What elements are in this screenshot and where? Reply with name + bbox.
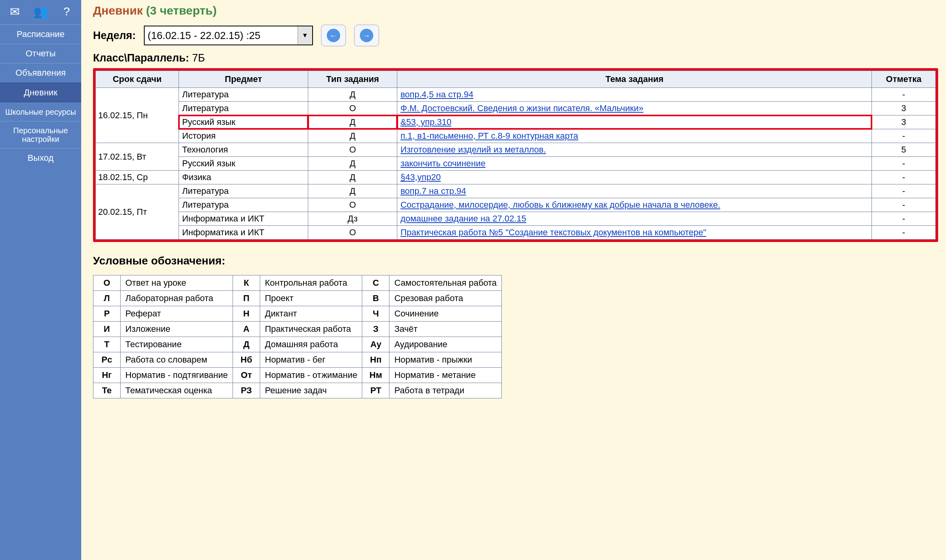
topic-link[interactable]: Ф.М. Достоевский. Сведения о жизни писат… [400, 103, 644, 113]
content: Дневник (3 четверть) Неделя: (16.02.15 -… [81, 0, 946, 560]
topic-cell: вопр.4,5 на стр.94 [397, 88, 872, 102]
legend-text: Домашняя работа [260, 337, 362, 352]
table-row: 16.02.15, ПнЛитератураДвопр.4,5 на стр.9… [96, 88, 936, 102]
sidebar-item-3[interactable]: Дневник [0, 83, 81, 102]
mark-cell: - [872, 129, 936, 143]
mark-cell: - [872, 171, 936, 184]
legend-row: ТеТематическая оценкаРЗРешение задачРТРа… [93, 383, 502, 398]
topic-link[interactable]: Изготовление изделий из металлов. [400, 145, 546, 154]
sidebar-item-4[interactable]: Школьные ресурсы [0, 102, 81, 121]
topic-link[interactable]: §43,упр20 [400, 172, 441, 182]
type-cell: Д [308, 115, 397, 129]
topic-link[interactable]: п.1, в1-письменно, РТ с.8-9 контурная ка… [400, 131, 578, 141]
table-row: ЛитератураОФ.М. Достоевский. Сведения о … [96, 102, 936, 115]
arrow-left-icon: ← [327, 29, 340, 42]
legend-code: Те [93, 383, 121, 398]
diary-col-2: Тип задания [308, 71, 397, 88]
legend-row: ИИзложениеАПрактическая работаЗЗачёт [93, 322, 502, 337]
help-icon[interactable]: ? [58, 2, 76, 20]
due-date-cell: 17.02.15, Вт [96, 143, 179, 171]
topic-cell: &53, упр.310 [397, 115, 872, 129]
topic-link[interactable]: вопр.4,5 на стр.94 [400, 89, 473, 99]
legend-text: Норматив - отжимание [260, 368, 362, 383]
topic-cell: Изготовление изделий из металлов. [397, 143, 872, 157]
mark-cell: 3 [872, 115, 936, 129]
legend-code: Нг [93, 368, 121, 383]
sidebar-item-1[interactable]: Отчеты [0, 44, 81, 63]
table-row: Информатика и ИКТОПрактическая работа №5… [96, 226, 936, 240]
arrow-right-icon: → [360, 29, 373, 42]
type-cell: О [308, 226, 397, 240]
week-select[interactable]: (16.02.15 - 22.02.15) :25 ▼ [144, 26, 313, 45]
table-row: 18.02.15, СрФизикаД§43,упр20- [96, 171, 936, 184]
legend-code: И [93, 322, 121, 337]
legend-code: А [233, 322, 260, 337]
week-value: (16.02.15 - 22.02.15) :25 [148, 30, 298, 42]
legend-code: П [233, 291, 260, 306]
mark-cell: - [872, 157, 936, 171]
legend-text: Тестирование [121, 337, 233, 352]
table-row: ЛитератураОСострадание, милосердие, любо… [96, 198, 936, 212]
legend-code: Рс [93, 352, 121, 368]
topic-link[interactable]: Практическая работа №5 "Создание текстов… [400, 227, 706, 237]
subject-cell: Литература [179, 198, 308, 212]
topic-cell: закончить сочинение [397, 157, 872, 171]
sidebar-item-5[interactable]: Персональные настройки [0, 121, 81, 148]
topic-cell: Сострадание, милосердие, любовь к ближне… [397, 198, 872, 212]
subject-cell: Физика [179, 171, 308, 184]
next-week-button[interactable]: → [354, 24, 379, 47]
legend-text: Лабораторная работа [121, 291, 233, 306]
title-subtitle: (3 четверть) [146, 4, 217, 17]
legend-text: Зачёт [389, 322, 502, 337]
subject-cell: Литература [179, 102, 308, 115]
legend-code: От [233, 368, 260, 383]
week-row: Неделя: (16.02.15 - 22.02.15) :25 ▼ ← → [93, 24, 938, 47]
prev-week-button[interactable]: ← [321, 24, 346, 47]
legend-code: Нп [362, 352, 389, 368]
dropdown-icon[interactable]: ▼ [298, 26, 312, 45]
mark-cell: 5 [872, 143, 936, 157]
legend-text: Норматив - метание [389, 368, 502, 383]
topic-cell: п.1, в1-письменно, РТ с.8-9 контурная ка… [397, 129, 872, 143]
class-line: Класс\Параллель: 7Б [93, 52, 938, 64]
table-row: Русский языкД&53, упр.3103 [96, 115, 936, 129]
type-cell: Д [308, 184, 397, 198]
legend-code: Т [93, 337, 121, 352]
topic-cell: Практическая работа №5 "Создание текстов… [397, 226, 872, 240]
mail-icon[interactable]: ✉ [6, 2, 24, 20]
subject-cell: История [179, 129, 308, 143]
legend-text: Проект [260, 291, 362, 306]
topic-cell: домашнее задание на 27.02.15 [397, 212, 872, 226]
topic-link[interactable]: вопр.7 на стр.94 [400, 186, 466, 196]
class-value: 7Б [192, 52, 205, 64]
legend-text: Срезовая работа [389, 291, 502, 306]
topic-link[interactable]: Сострадание, милосердие, любовь к ближне… [400, 200, 720, 210]
due-date-cell: 16.02.15, Пн [96, 88, 179, 143]
legend-text: Контрольная работа [260, 275, 362, 291]
legend-text: Реферат [121, 306, 233, 322]
users-icon[interactable]: 👥 [32, 2, 50, 20]
mark-cell: - [872, 88, 936, 102]
type-cell: Д [308, 171, 397, 184]
diary-table: Срок сдачиПредметТип заданияТема задания… [95, 71, 936, 240]
legend-row: ТТестированиеДДомашняя работаАуАудирован… [93, 337, 502, 352]
legend-title: Условные обозначения: [93, 255, 938, 267]
sidebar-item-0[interactable]: Расписание [0, 24, 81, 44]
legend-code: Р [93, 306, 121, 322]
sidebar-item-6[interactable]: Выход [0, 148, 81, 167]
type-cell: Дз [308, 212, 397, 226]
type-cell: Д [308, 129, 397, 143]
legend-text: Практическая работа [260, 322, 362, 337]
subject-cell: Русский язык [179, 157, 308, 171]
mark-cell: - [872, 212, 936, 226]
topic-link[interactable]: домашнее задание на 27.02.15 [400, 214, 526, 223]
diary-col-0: Срок сдачи [96, 71, 179, 88]
legend-text: Сочинение [389, 306, 502, 322]
subject-cell: Технология [179, 143, 308, 157]
legend-table: ООтвет на урокеККонтрольная работаССамос… [93, 275, 502, 398]
topic-link[interactable]: закончить сочинение [400, 158, 486, 168]
type-cell: О [308, 198, 397, 212]
topic-link[interactable]: &53, упр.310 [400, 117, 451, 127]
sidebar-item-2[interactable]: Объявления [0, 63, 81, 82]
legend-code: Ч [362, 306, 389, 322]
